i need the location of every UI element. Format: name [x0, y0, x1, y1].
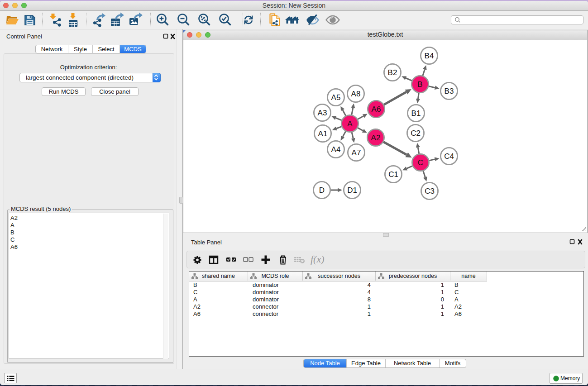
svg-text:A3: A3	[318, 109, 327, 117]
svg-text:C3: C3	[425, 187, 435, 195]
svg-text:B4: B4	[425, 52, 434, 60]
svg-text:B: B	[417, 80, 422, 89]
svg-text:C2: C2	[411, 129, 421, 138]
svg-text:A5: A5	[331, 93, 341, 102]
svg-text:A6: A6	[372, 105, 381, 114]
svg-text:A7: A7	[352, 148, 361, 157]
svg-text:A8: A8	[351, 90, 361, 98]
svg-text:C1: C1	[388, 170, 398, 179]
svg-text:C4: C4	[444, 152, 454, 161]
svg-text:A2: A2	[371, 133, 381, 142]
svg-text:C: C	[418, 158, 423, 167]
svg-text:A: A	[347, 119, 353, 128]
svg-text:D: D	[319, 186, 325, 195]
svg-text:D1: D1	[347, 186, 357, 195]
svg-text:B2: B2	[388, 68, 397, 77]
svg-text:A4: A4	[331, 145, 341, 154]
svg-text:A1: A1	[318, 129, 328, 138]
svg-text:B3: B3	[445, 87, 454, 95]
svg-text:B1: B1	[411, 109, 421, 118]
